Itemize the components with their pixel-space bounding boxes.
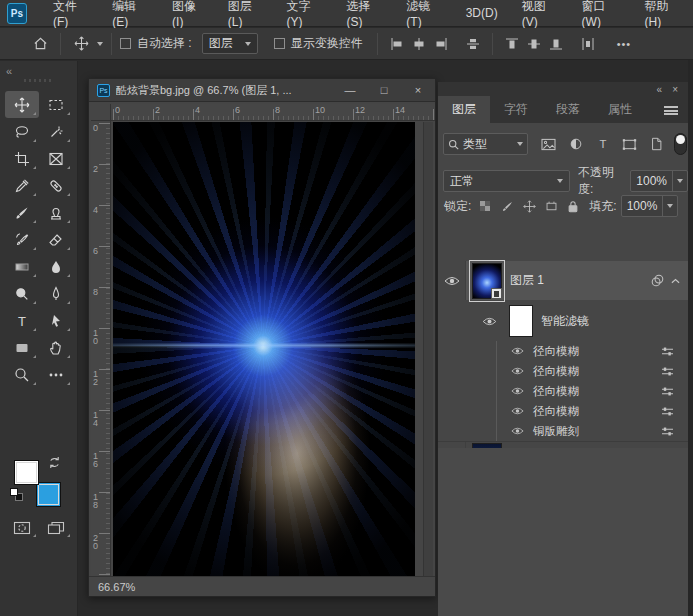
filter-blending-options-icon[interactable] <box>661 346 674 357</box>
filter-blending-options-icon[interactable] <box>661 426 674 437</box>
minimize-button[interactable]: — <box>333 79 367 102</box>
layer1-name[interactable]: 图层 1 <box>510 272 544 289</box>
menu-item[interactable]: 文字(Y) <box>275 0 335 27</box>
collapse-toolbar-icon[interactable]: « <box>6 65 12 77</box>
smart-filters-label[interactable]: 智能滤镜 <box>541 313 589 330</box>
menu-item[interactable]: 选择(S) <box>334 0 394 27</box>
filter-name[interactable]: 径向模糊 <box>533 404 579 419</box>
lock-transparent-pixels-icon[interactable] <box>477 198 493 214</box>
swap-colors-icon[interactable] <box>48 456 61 469</box>
menu-item[interactable]: 窗口(W) <box>570 0 633 27</box>
layer-filtering-toggle[interactable] <box>674 133 687 155</box>
history-brush-tool[interactable] <box>5 226 39 253</box>
panel-tab[interactable]: 图层 <box>438 96 490 123</box>
menu-item[interactable]: 图像(I) <box>160 0 216 27</box>
align-right-edges-icon[interactable] <box>430 33 452 55</box>
smart-filter-entry[interactable]: 径向模糊 <box>497 401 688 421</box>
panel-tab[interactable]: 属性 <box>594 96 646 123</box>
canvas[interactable] <box>113 122 415 576</box>
filter-blending-options-icon[interactable] <box>661 406 674 417</box>
eyedropper-tool[interactable] <box>5 172 39 199</box>
menu-item[interactable]: 滤镜(T) <box>394 0 453 27</box>
rectangle-tool[interactable] <box>5 334 39 361</box>
spot-healing-brush-tool[interactable] <box>39 172 73 199</box>
filter-visibility-toggle[interactable] <box>511 407 524 415</box>
filter-name[interactable]: 铜版雕刻 <box>533 424 579 439</box>
align-left-edges-icon[interactable] <box>386 33 408 55</box>
menu-item[interactable]: 视图(V) <box>510 0 570 27</box>
panel-menu-icon[interactable] <box>664 106 678 115</box>
move-tool-icon[interactable] <box>69 32 93 56</box>
eraser-tool[interactable] <box>39 226 73 253</box>
document-title-bar[interactable]: Ps 酷炫背景bg.jpg @ 66.7% (图层 1, ... — □ × <box>89 79 435 102</box>
filter-visibility-toggle[interactable] <box>511 387 524 395</box>
quick-mask-mode-button[interactable] <box>5 516 39 540</box>
smart-filter-entry[interactable]: 铜版雕刻 <box>497 421 688 441</box>
opacity-input[interactable]: 100% <box>630 170 688 192</box>
opacity-value[interactable]: 100% <box>631 174 672 188</box>
fill-input[interactable]: 100% <box>621 195 679 217</box>
blur-tool[interactable] <box>39 253 73 280</box>
smart-filters-row[interactable]: 智能滤镜 <box>438 301 688 341</box>
screen-mode-button[interactable] <box>39 516 73 540</box>
smart-filter-entry[interactable]: 径向模糊 <box>497 381 688 401</box>
crop-tool[interactable] <box>5 145 39 172</box>
filter-name[interactable]: 径向模糊 <box>533 364 579 379</box>
blend-mode-dropdown[interactable]: 正常 <box>443 170 570 192</box>
default-colors-icon[interactable] <box>10 488 24 502</box>
lock-nesting-icon[interactable] <box>543 198 559 214</box>
collapse-panels-icon[interactable]: « <box>657 84 663 95</box>
smart-filters-visibility-toggle[interactable] <box>482 317 497 326</box>
brush-tool[interactable] <box>5 199 39 226</box>
zoom-level[interactable]: 66.67% <box>98 581 135 593</box>
smart-filter-entry[interactable]: 径向模糊 <box>497 361 688 381</box>
distribute-vertical-centers-icon[interactable] <box>462 33 484 55</box>
path-selection-tool[interactable] <box>39 307 73 334</box>
magic-wand-tool[interactable] <box>39 118 73 145</box>
type-tool[interactable]: T <box>5 307 39 334</box>
ruler-corner[interactable] <box>91 104 111 121</box>
lock-image-pixels-icon[interactable] <box>499 198 515 214</box>
layer1-visibility-toggle[interactable] <box>438 261 466 300</box>
filter-visibility-toggle[interactable] <box>511 367 524 375</box>
menu-item[interactable]: 文件(F) <box>41 0 100 27</box>
filter-name[interactable]: 径向模糊 <box>533 384 579 399</box>
maximize-button[interactable]: □ <box>367 79 401 102</box>
lasso-tool[interactable] <box>5 118 39 145</box>
filter-pixel-layers-icon[interactable] <box>537 133 560 155</box>
rectangular-marquee-tool[interactable] <box>39 91 73 118</box>
filter-adjustment-layers-icon[interactable] <box>564 133 587 155</box>
layer-filter-search[interactable]: 类型 <box>443 133 528 155</box>
foreground-color-swatch[interactable] <box>14 460 39 485</box>
zoom-tool[interactable] <box>5 361 39 388</box>
distribute-horizontal-centers-icon[interactable] <box>577 33 599 55</box>
pen-tool[interactable] <box>39 280 73 307</box>
home-icon[interactable] <box>28 32 52 56</box>
lock-position-icon[interactable] <box>521 198 537 214</box>
edit-toolbar-icon[interactable] <box>39 361 73 388</box>
smart-filters-icon[interactable] <box>650 274 665 287</box>
more-options-icon[interactable]: ••• <box>617 38 632 50</box>
layer1-thumbnail[interactable] <box>472 263 502 299</box>
menu-item[interactable]: 3D(D) <box>454 0 510 27</box>
filter-name[interactable]: 径向模糊 <box>533 344 579 359</box>
menu-item[interactable]: 帮助(H) <box>632 0 693 27</box>
fill-value[interactable]: 100% <box>622 199 663 213</box>
auto-select-checkbox[interactable] <box>120 38 131 49</box>
align-horizontal-centers-icon[interactable] <box>408 33 430 55</box>
filter-blending-options-icon[interactable] <box>661 366 674 377</box>
toolbar-grip[interactable] <box>24 79 54 82</box>
filter-smart-objects-icon[interactable] <box>645 133 668 155</box>
smart-filters-mask-thumbnail[interactable] <box>509 305 533 337</box>
show-transform-checkbox[interactable] <box>274 38 285 49</box>
auto-select-target-dropdown[interactable]: 图层 <box>202 33 258 54</box>
align-top-edges-icon[interactable] <box>501 33 523 55</box>
close-panel-icon[interactable]: × <box>672 84 678 95</box>
hand-tool[interactable] <box>39 334 73 361</box>
chevron-down-icon[interactable] <box>97 42 103 46</box>
filter-shape-layers-icon[interactable] <box>618 133 641 155</box>
filter-type-layers-icon[interactable]: T <box>591 133 614 155</box>
filter-visibility-toggle[interactable] <box>511 427 524 435</box>
menu-item[interactable]: 图层(L) <box>216 0 275 27</box>
align-bottom-edges-icon[interactable] <box>545 33 567 55</box>
